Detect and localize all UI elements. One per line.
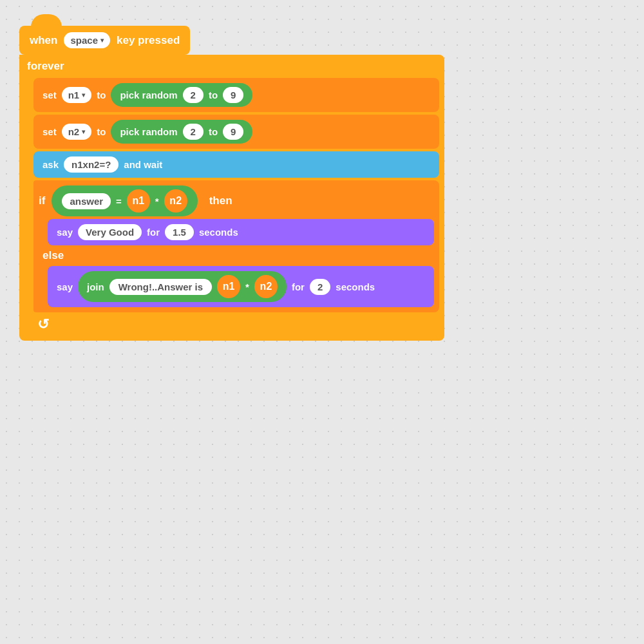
ask-wait-label: and wait [124,159,162,170]
pick1-label: pick random [120,90,177,100]
say-good-for: for [147,227,160,238]
say-good-label: say [57,227,73,238]
ask-question[interactable]: n1xn2=? [64,156,118,173]
pick1-to-label: to [209,90,218,100]
say-good-seconds-label: seconds [199,227,238,238]
wrong-n1-circle: n1 [217,275,240,298]
answer-pill: answer [62,193,111,209]
key-dropdown[interactable]: space ▾ [64,32,110,48]
set1-label: set [43,90,57,100]
n1-circle: n1 [127,189,150,213]
set1-var-label: n1 [68,90,80,100]
n1-label: n1 [133,195,145,207]
if-condition: answer = n1 * n2 [52,185,197,216]
else-label: else [39,248,434,263]
if-label: if [39,194,45,207]
set2-label: set [43,126,57,137]
wrong-n2-circle: n2 [254,275,278,298]
when-label: when [30,34,57,47]
repeat-arrow: ↺ [24,312,439,336]
say-wrong-seconds-val[interactable]: 2 [310,279,330,295]
set2-arrow: ▾ [82,128,85,135]
then-label: then [209,194,232,207]
wrong-mult-label: * [245,281,249,292]
ask-label: ask [43,159,59,170]
say-wrong-for: for [292,281,305,292]
join-block: join Wrong!..Answer is n1 * n2 [78,271,287,302]
set1-arrow: ▾ [82,91,85,99]
say-wrong-seconds-label: seconds [336,281,375,292]
mult-label: * [155,196,159,207]
pick2-to-label: to [209,126,218,137]
pressed-label: key pressed [117,34,180,47]
ask-block: ask n1xn2=? and wait [33,151,439,178]
key-arrow: ▾ [100,37,104,44]
set-n2-block: set n2 ▾ to pick random 2 to 9 [33,115,439,149]
set1-var-dropdown[interactable]: n1 ▾ [62,87,92,103]
say-good-message[interactable]: Very Good [78,224,142,240]
pick-random-2-block: pick random 2 to 9 [111,120,252,144]
forever-label: forever [24,57,439,78]
set1-to-label: to [97,90,106,100]
hat-block: when space ▾ key pressed [19,26,190,55]
set-n1-block: set n1 ▾ to pick random 2 to 9 [33,78,439,112]
say-good-block: say Very Good for 1.5 seconds [48,219,434,245]
pick2-from[interactable]: 2 [183,124,204,140]
say-wrong-block: say join Wrong!..Answer is n1 * n2 [48,266,434,307]
say-wrong-label: say [57,281,73,292]
wrong-message[interactable]: Wrong!..Answer is [109,279,212,295]
repeat-arrow-icon: ↺ [37,316,49,333]
pick1-from[interactable]: 2 [183,87,204,103]
pick2-label: pick random [120,126,177,137]
set2-var-label: n2 [68,126,80,137]
wrong-n1-label: n1 [223,281,235,292]
join-label: join [87,281,104,292]
key-label: space [70,35,98,46]
n2-circle: n2 [164,189,187,213]
pick2-to[interactable]: 9 [223,124,243,140]
n2-label: n2 [169,195,182,207]
say-good-seconds-val[interactable]: 1.5 [165,224,194,240]
pick-random-1-block: pick random 2 to 9 [111,83,252,107]
eq-label: = [116,196,122,207]
if-else-block: if answer = n1 * n2 then [33,180,439,312]
set2-to-label: to [97,126,106,137]
wrong-n2-label: n2 [260,281,272,292]
set2-var-dropdown[interactable]: n2 ▾ [62,124,92,140]
pick1-to[interactable]: 9 [223,87,243,103]
